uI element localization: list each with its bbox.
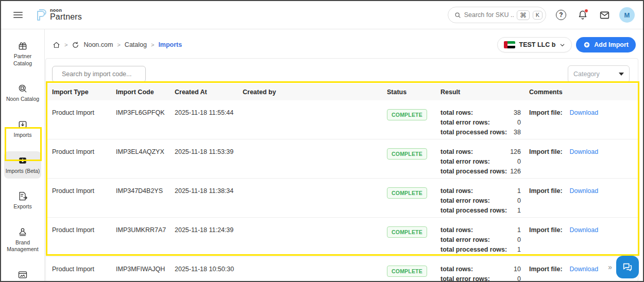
- home-icon[interactable]: [53, 41, 60, 49]
- status-badge: COMPLETE: [387, 266, 427, 277]
- cell-import-type: Product Import: [46, 257, 110, 282]
- import-code-search-input[interactable]: [62, 70, 145, 78]
- cell-comments: Import file:Download: [523, 179, 638, 217]
- notifications-button[interactable]: [576, 8, 589, 22]
- download-link[interactable]: Download: [570, 148, 599, 155]
- imports-icon: [18, 119, 28, 130]
- top-bar: noon Partners ⌘ K ?: [1, 1, 643, 29]
- cell-comments: Import file:Download: [523, 139, 638, 178]
- cell-import-code: IMP3EL4AQZYX: [110, 139, 168, 178]
- imports-table: Import Type Import Code Created At Creat…: [46, 83, 638, 282]
- notification-dot: [584, 9, 588, 13]
- cell-comments: Import file:Download: [523, 218, 638, 256]
- sku-search-box[interactable]: ⌘ K: [448, 7, 546, 23]
- status-badge: COMPLETE: [387, 109, 427, 120]
- breadcrumb-separator: >: [117, 42, 120, 48]
- download-link[interactable]: Download: [570, 109, 599, 116]
- cell-import-code: IMP347D4B2YS: [110, 179, 168, 217]
- messages-button[interactable]: [598, 8, 611, 22]
- hamburger-menu-icon[interactable]: [13, 10, 23, 20]
- sidebar-item-noon-catalog[interactable]: Noon Catalog: [4, 79, 41, 107]
- sidebar-item-partner-catalog[interactable]: Partner Catalog: [4, 37, 41, 71]
- brand-catalog-icon: [18, 270, 28, 280]
- sidebar-label: Imports: [13, 132, 31, 139]
- cell-import-code: IMP3FL6GPFQK: [110, 100, 168, 139]
- table-row: Product Import IMP347D4B2YS 2025-11-18 1…: [46, 179, 638, 218]
- app-window: noon Partners ⌘ K ?: [0, 0, 644, 282]
- search-icon: [454, 12, 461, 19]
- cell-result: total rows:1 total error rows:0 total pr…: [434, 179, 523, 217]
- col-created-by: Created by: [236, 89, 381, 96]
- breadcrumb: > Noon.com > Catalog > Imports TEST LLC …: [53, 37, 636, 53]
- import-code-search-box[interactable]: [52, 66, 146, 82]
- breadcrumb-noon-com[interactable]: Noon.com: [83, 41, 113, 48]
- cell-comments: Import file:Download: [523, 100, 638, 139]
- chat-collapse-chevron[interactable]: »: [608, 263, 612, 271]
- sku-search-input[interactable]: [464, 11, 514, 19]
- noon-partners-logo[interactable]: noon Partners: [34, 8, 82, 22]
- breadcrumb-catalog[interactable]: Catalog: [125, 41, 147, 48]
- brand-partners: Partners: [50, 13, 82, 21]
- plus-circle-icon: [583, 41, 590, 48]
- imports-beta-icon: [18, 155, 28, 166]
- sidebar-label: Noon Catalog: [6, 96, 39, 103]
- cell-import-code: IMP3UMKRR7A7: [110, 218, 168, 256]
- k-key-badge: K: [533, 11, 543, 20]
- cell-result: total rows:126 total error rows:0 total …: [434, 139, 523, 178]
- cmd-key-badge: ⌘: [517, 10, 530, 20]
- cell-created-at: 2025-11-18 11:24:39: [168, 218, 236, 256]
- cell-created-at: 2025-11-18 11:38:34: [168, 179, 236, 217]
- sidebar-label: Brand Management: [4, 239, 41, 253]
- account-selector[interactable]: TEST LLC b: [497, 37, 572, 52]
- download-link[interactable]: Download: [570, 266, 599, 273]
- cell-import-code: IMP3MFIWAJQH: [110, 257, 168, 282]
- sidebar-label: Imports (Beta): [6, 168, 40, 175]
- chat-button[interactable]: [616, 256, 639, 278]
- chat-bubbles-icon: [622, 261, 633, 273]
- cell-created-at: 2025-11-18 10:50:30: [168, 257, 236, 282]
- cell-created-by: [236, 257, 381, 282]
- breadcrumb-separator: >: [151, 42, 154, 48]
- cell-created-by: [236, 139, 381, 178]
- table-header: Import Type Import Code Created At Creat…: [46, 83, 638, 100]
- cell-created-by: [236, 100, 381, 139]
- sidebar-item-brand-management[interactable]: Brand Management: [4, 223, 41, 257]
- help-icon: ?: [556, 10, 566, 20]
- sidebar-item-brand-catalog[interactable]: Brand Catalog: [4, 266, 41, 282]
- cell-created-by: [236, 179, 381, 217]
- breadcrumb-imports[interactable]: Imports: [158, 41, 182, 48]
- cell-result: total rows:38 total error rows:0 total p…: [434, 100, 523, 139]
- download-link[interactable]: Download: [570, 187, 599, 195]
- col-import-code: Import Code: [110, 89, 168, 96]
- table-row: Product Import IMP3MFIWAJQH 2025-11-18 1…: [46, 257, 638, 282]
- cell-import-type: Product Import: [46, 218, 110, 256]
- table-row: Product Import IMP3EL4AQZYX 2025-11-18 1…: [46, 139, 638, 179]
- cell-import-type: Product Import: [46, 179, 110, 217]
- cell-result: total rows:10 total error rows:0 total p…: [434, 257, 523, 282]
- sidebar-item-imports[interactable]: Imports: [4, 115, 41, 143]
- account-name: TEST LLC b: [519, 41, 556, 48]
- cell-import-type: Product Import: [46, 139, 110, 178]
- uae-flag-icon: [504, 41, 515, 48]
- col-status: Status: [381, 89, 434, 96]
- category-dropdown[interactable]: Category: [568, 65, 630, 83]
- help-button[interactable]: ?: [554, 8, 568, 22]
- add-import-button[interactable]: Add Import: [576, 37, 636, 52]
- sidebar-item-exports[interactable]: Exports: [4, 187, 41, 215]
- col-result: Result: [434, 89, 523, 96]
- status-badge: COMPLETE: [387, 226, 427, 238]
- cell-created-at: 2025-11-18 11:53:39: [168, 139, 236, 178]
- refresh-icon[interactable]: [72, 41, 79, 49]
- sidebar-item-imports-beta[interactable]: Imports (Beta): [4, 151, 41, 179]
- partner-catalog-icon: [18, 41, 28, 51]
- imports-card: Category Import Type Import Code Created…: [45, 58, 638, 282]
- user-avatar[interactable]: M: [619, 7, 635, 23]
- add-import-label: Add Import: [594, 41, 629, 48]
- download-link[interactable]: Download: [570, 226, 599, 234]
- cell-import-type: Product Import: [46, 100, 110, 139]
- status-badge: COMPLETE: [387, 148, 427, 160]
- table-row: Product Import IMP3FL6GPFQK 2025-11-18 1…: [46, 100, 638, 139]
- cell-created-at: 2025-11-18 11:55:44: [168, 100, 236, 139]
- main-content: > Noon.com > Catalog > Imports TEST LLC …: [45, 29, 643, 281]
- col-comments: Comments: [523, 89, 638, 96]
